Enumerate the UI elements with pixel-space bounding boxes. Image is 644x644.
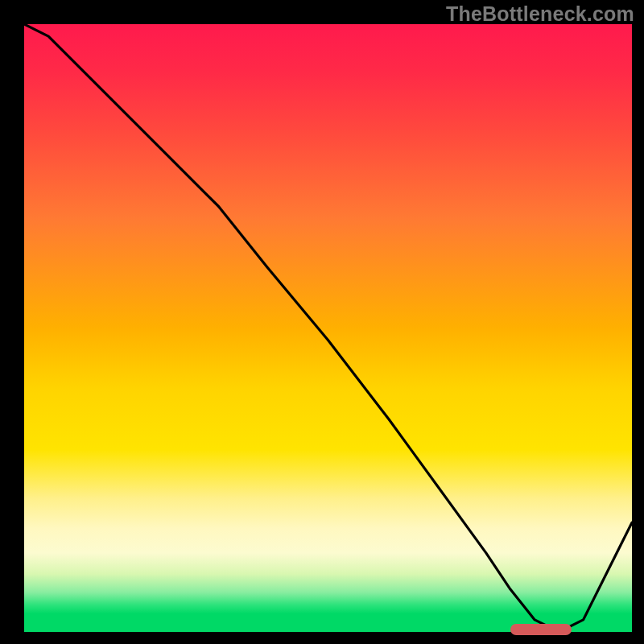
bottleneck-curve-path	[24, 24, 632, 632]
chart-plot-area	[24, 24, 632, 632]
bottleneck-curve-svg	[24, 24, 632, 632]
watermark-text: TheBottleneck.com	[446, 2, 634, 26]
optimal-range-marker	[510, 624, 572, 635]
